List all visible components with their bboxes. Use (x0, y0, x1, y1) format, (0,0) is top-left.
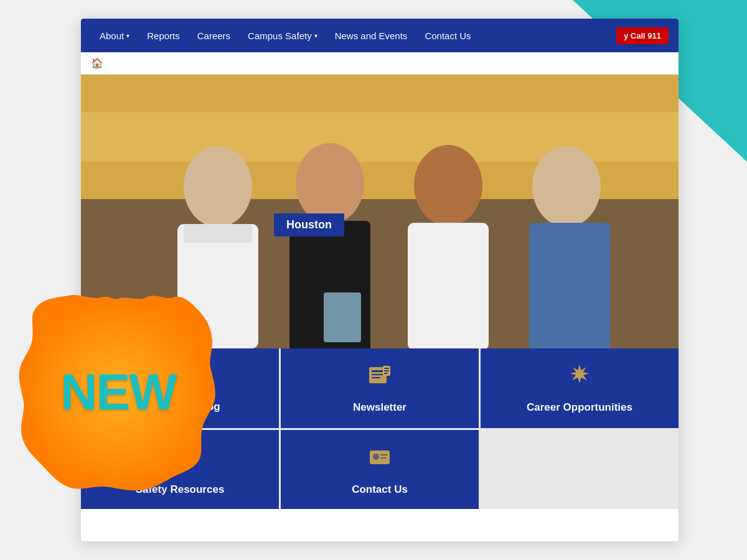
svg-point-28 (373, 454, 379, 460)
campus-safety-chevron-icon: ▾ (314, 32, 317, 39)
contact-us-label: Contact Us (352, 483, 408, 496)
svg-rect-6 (184, 224, 252, 243)
svg-rect-13 (529, 223, 610, 348)
newsletter-icon (367, 362, 393, 394)
svg-rect-24 (384, 370, 389, 371)
quick-link-career-opportunities[interactable]: Career Opportunities (481, 348, 679, 428)
breadcrumb: 🏠 (81, 52, 679, 75)
svg-point-4 (184, 146, 252, 227)
navbar: About ▾ Reports Careers Campus Safety ▾ … (81, 19, 679, 52)
newsletter-label: Newsletter (353, 401, 406, 414)
svg-rect-20 (372, 374, 384, 375)
new-badge: NEW (19, 292, 218, 492)
location-badge: Houston (274, 213, 344, 236)
svg-rect-25 (384, 373, 388, 374)
nav-contact-us[interactable]: Contact Us (416, 19, 479, 52)
contact-us-icon (366, 443, 393, 476)
new-badge-text: NEW (60, 363, 176, 421)
svg-rect-11 (408, 223, 489, 348)
quick-link-contact-us[interactable]: Contact Us (281, 430, 479, 510)
career-opportunities-label: Career Opportunities (527, 401, 632, 414)
nav-about[interactable]: About ▾ (91, 19, 138, 52)
svg-rect-29 (380, 454, 388, 455)
nav-reports[interactable]: Reports (138, 19, 189, 52)
svg-point-10 (414, 145, 482, 226)
nav-careers[interactable]: Careers (189, 19, 239, 52)
svg-rect-19 (372, 370, 384, 372)
about-chevron-icon: ▾ (126, 32, 129, 39)
svg-rect-30 (380, 457, 387, 459)
svg-point-12 (532, 146, 601, 227)
home-icon[interactable]: 🏠 (91, 57, 103, 69)
svg-point-7 (296, 143, 364, 224)
svg-rect-27 (370, 450, 390, 464)
nav-items: About ▾ Reports Careers Campus Safety ▾ … (91, 19, 616, 52)
nav-campus-safety[interactable]: Campus Safety ▾ (239, 19, 326, 52)
emergency-badge[interactable]: y Call 911 (616, 27, 669, 44)
svg-rect-21 (372, 377, 380, 378)
nav-news-events[interactable]: News and Events (326, 19, 416, 52)
svg-rect-23 (384, 368, 389, 369)
quick-link-newsletter[interactable]: Newsletter (281, 348, 479, 428)
svg-rect-9 (324, 292, 361, 342)
svg-rect-2 (81, 112, 679, 162)
career-icon (566, 362, 593, 394)
